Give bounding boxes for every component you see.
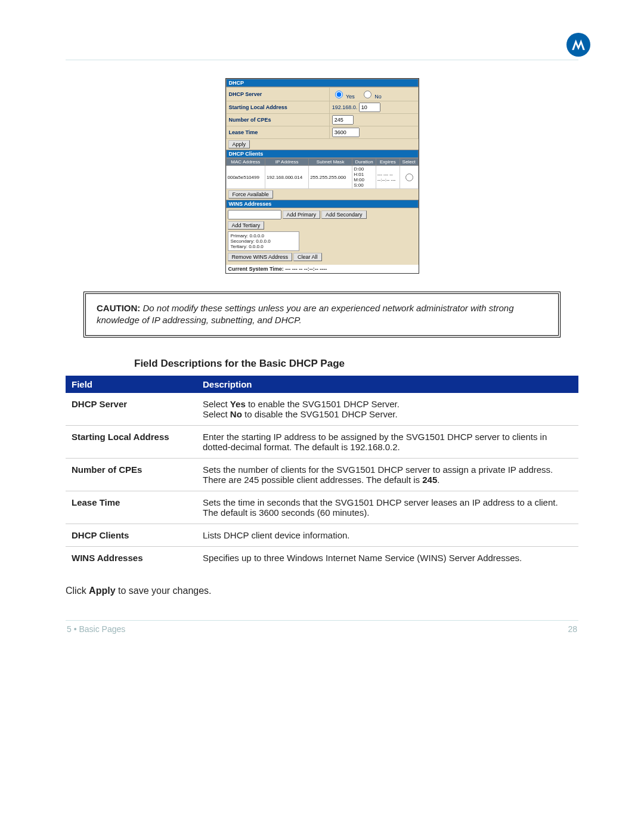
field-descriptions-table: Field Description DHCP ServerSelect Yes …	[66, 376, 578, 569]
footer-left: 5 • Basic Pages	[67, 624, 125, 634]
start-addr-prefix: 192.168.0.	[332, 104, 358, 110]
table-row: DHCP ClientsLists DHCP client device inf…	[66, 524, 578, 546]
footer-divider	[66, 620, 578, 621]
field-description: Sets the number of clients for the SVG15…	[197, 458, 578, 491]
caution-label: CAUTION:	[97, 303, 140, 313]
field-description: Enter the starting IP address to be assi…	[197, 425, 578, 458]
field-name: DHCP Server	[66, 393, 197, 426]
field-description: Lists DHCP client device information.	[197, 524, 578, 546]
table-row: Lease TimeSets the time in seconds that …	[66, 491, 578, 524]
field-description: Specifies up to three Windows Internet N…	[197, 546, 578, 569]
caution-box: CAUTION: Do not modify these settings un…	[83, 292, 561, 337]
add-secondary-button[interactable]: Add Secondary	[321, 210, 367, 219]
lease-input[interactable]	[332, 128, 360, 137]
dhcp-no-radio[interactable]: No	[361, 94, 382, 100]
col-field: Field	[66, 376, 197, 393]
field-description: Sets the time in seconds that the SVG150…	[197, 491, 578, 524]
add-primary-button[interactable]: Add Primary	[283, 210, 321, 219]
table-row: Starting Local AddressEnter the starting…	[66, 425, 578, 458]
system-time: Current System Time: --- --- -- --:--:--…	[226, 265, 419, 273]
caution-text: Do not modify these settings unless you …	[97, 303, 513, 325]
section-heading: Field Descriptions for the Basic DHCP Pa…	[134, 358, 578, 370]
client-select-radio[interactable]	[405, 174, 413, 181]
clear-all-button[interactable]: Clear All	[293, 253, 322, 261]
table-row: DHCP ServerSelect Yes to enable the SVG1…	[66, 393, 578, 426]
cpes-label: Number of CPEs	[226, 114, 329, 126]
clients-section-header: DHCP Clients	[226, 150, 419, 158]
remove-wins-button[interactable]: Remove WINS Address	[228, 253, 293, 261]
start-addr-label: Starting Local Address	[226, 101, 329, 114]
table-row: 000a5e510499 192.168.000.014 255.255.255…	[226, 166, 418, 189]
motorola-logo-icon	[566, 33, 590, 57]
field-description: Select Yes to enable the SVG1501 DHCP Se…	[197, 393, 578, 426]
start-addr-input[interactable]	[359, 103, 380, 112]
clients-table: MAC Address IP Address Subnet Mask Durat…	[226, 158, 419, 189]
footer-page-number: 28	[568, 624, 577, 634]
wins-list: Primary: 0.0.0.0 Secondary: 0.0.0.0 Tert…	[228, 231, 299, 251]
add-tertiary-button[interactable]: Add Tertiary	[228, 221, 265, 230]
force-available-button[interactable]: Force Available	[228, 190, 273, 199]
field-name: Lease Time	[66, 491, 197, 524]
wins-section-header: WINS Addresses	[226, 200, 419, 208]
table-row: Number of CPEsSets the number of clients…	[66, 458, 578, 491]
header-divider	[66, 60, 578, 60]
field-name: Number of CPEs	[66, 458, 197, 491]
field-name: DHCP Clients	[66, 524, 197, 546]
lease-label: Lease Time	[226, 126, 329, 139]
field-name: Starting Local Address	[66, 425, 197, 458]
dhcp-yes-radio[interactable]: Yes	[332, 94, 355, 100]
field-name: WINS Addresses	[66, 546, 197, 569]
dhcp-config-panel: DHCP DHCP Server Yes No Starting Local A…	[225, 78, 419, 274]
dhcp-section-header: DHCP	[226, 79, 419, 87]
table-row: WINS AddressesSpecifies up to three Wind…	[66, 546, 578, 569]
apply-button[interactable]: Apply	[228, 140, 250, 148]
cpes-input[interactable]	[332, 115, 354, 125]
wins-input[interactable]	[228, 210, 281, 219]
dhcp-server-label: DHCP Server	[226, 88, 329, 101]
col-description: Description	[197, 376, 578, 393]
closing-text: Click Apply to save your changes.	[66, 586, 578, 596]
